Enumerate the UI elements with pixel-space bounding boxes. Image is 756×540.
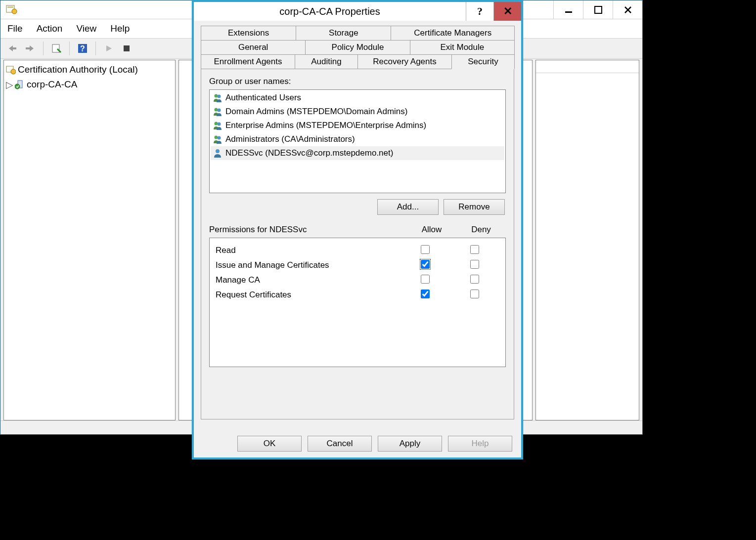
add-button[interactable]: Add... xyxy=(377,199,439,215)
tab-auditing[interactable]: Auditing xyxy=(295,54,358,69)
svg-point-19 xyxy=(215,108,218,112)
menu-action[interactable]: Action xyxy=(37,23,63,34)
tab-security[interactable]: Security xyxy=(451,54,515,69)
list-item-label: Administrators (CA\Administrators) xyxy=(225,134,355,144)
svg-point-20 xyxy=(218,109,221,112)
play-icon[interactable] xyxy=(101,41,117,56)
minimize-button[interactable] xyxy=(553,0,583,19)
tab-exit-module[interactable]: Exit Module xyxy=(410,40,515,55)
remove-button[interactable]: Remove xyxy=(444,199,505,215)
allow-checkbox[interactable] xyxy=(400,245,450,256)
permissions-for-label: Permissions for NDESSvc xyxy=(209,225,407,235)
dialog-title: corp-CA-CA Properties xyxy=(194,6,466,17)
menu-view[interactable]: View xyxy=(76,23,96,34)
tab-storage[interactable]: Storage xyxy=(296,26,391,41)
allow-checkbox[interactable] xyxy=(400,290,450,301)
stop-icon[interactable] xyxy=(119,41,134,56)
svg-rect-8 xyxy=(26,47,30,49)
allow-checkbox[interactable] xyxy=(400,260,450,271)
user-icon xyxy=(213,148,222,158)
group-icon xyxy=(213,134,222,144)
svg-point-24 xyxy=(218,136,221,140)
help-button[interactable]: Help xyxy=(448,436,512,452)
svg-point-14 xyxy=(11,69,16,74)
tree-node-corp-ca[interactable]: ▷ corp-CA-CA xyxy=(6,77,173,92)
svg-point-17 xyxy=(215,94,218,98)
ca-server-icon xyxy=(15,80,25,89)
list-item-group[interactable]: Domain Admins (MSTEPDEMO\Domain Admins) xyxy=(211,105,504,119)
permissions-listbox: ReadIssue and Manage CertificatesManage … xyxy=(209,238,506,367)
group-icon xyxy=(213,107,222,117)
group-icon xyxy=(213,93,222,103)
dialog-help-button[interactable]: ? xyxy=(466,2,493,21)
tab-recovery-agents[interactable]: Recovery Agents xyxy=(357,54,452,69)
ca-properties-dialog: corp-CA-CA Properties ? ✕ Extensions Sto… xyxy=(192,0,523,459)
deny-column-header: Deny xyxy=(456,225,506,235)
permission-name: Issue and Manage Certificates xyxy=(216,260,400,270)
list-item-user[interactable]: NDESSvc (NDESSvc@corp.mstepdemo.net) xyxy=(211,146,504,160)
cert-authority-icon xyxy=(6,65,16,75)
svg-point-21 xyxy=(215,122,218,125)
svg-point-23 xyxy=(215,136,218,139)
svg-point-2 xyxy=(12,9,17,14)
apply-button[interactable]: Apply xyxy=(378,436,442,452)
deny-checkbox[interactable] xyxy=(450,260,499,271)
group-names-label: Group or user names: xyxy=(209,77,506,86)
list-item-group[interactable]: Authenticated Users xyxy=(211,91,504,105)
allow-checkbox[interactable] xyxy=(400,275,450,286)
tab-enrollment-agents[interactable]: Enrollment Agents xyxy=(201,54,295,69)
svg-point-25 xyxy=(216,149,220,153)
maximize-button[interactable] xyxy=(583,0,613,19)
list-item-label: Authenticated Users xyxy=(225,93,301,103)
certsrv-icon xyxy=(5,3,17,15)
tree-root-ca-local[interactable]: Certification Authority (Local) xyxy=(6,62,173,77)
tree-node-label: corp-CA-CA xyxy=(27,79,77,90)
deny-checkbox[interactable] xyxy=(450,275,499,286)
svg-rect-3 xyxy=(565,11,572,13)
expand-icon[interactable]: ▷ xyxy=(6,79,13,90)
menu-help[interactable]: Help xyxy=(110,23,130,34)
svg-point-22 xyxy=(218,123,221,126)
mmc-tree-pane[interactable]: Certification Authority (Local) ▷ corp-C… xyxy=(3,60,176,420)
group-user-listbox[interactable]: Authenticated UsersDomain Admins (MSTEPD… xyxy=(209,89,506,193)
properties-icon[interactable] xyxy=(48,41,64,56)
dialog-titlebar[interactable]: corp-CA-CA Properties ? ✕ xyxy=(194,2,521,21)
cancel-button[interactable]: Cancel xyxy=(308,436,372,452)
svg-point-18 xyxy=(218,95,221,98)
tab-extensions[interactable]: Extensions xyxy=(201,26,296,41)
mmc-actions-pane xyxy=(535,60,639,420)
permission-row: Read xyxy=(216,243,499,258)
tab-certificate-managers[interactable]: Certificate Managers xyxy=(391,26,515,41)
list-item-label: Enterprise Admins (MSTEPDEMO\Enterprise … xyxy=(225,121,426,130)
list-item-label: Domain Admins (MSTEPDEMO\Domain Admins) xyxy=(225,107,407,117)
menu-file[interactable]: File xyxy=(7,23,23,34)
svg-text:?: ? xyxy=(80,44,85,53)
forward-button[interactable] xyxy=(22,41,38,56)
deny-checkbox[interactable] xyxy=(450,245,499,256)
svg-rect-7 xyxy=(12,47,16,49)
tab-general[interactable]: General xyxy=(201,40,306,55)
close-button[interactable] xyxy=(613,0,642,19)
list-item-group[interactable]: Enterprise Admins (MSTEPDEMO\Enterprise … xyxy=(211,119,504,132)
ok-button[interactable]: OK xyxy=(237,436,302,452)
permission-name: Read xyxy=(216,246,400,255)
svg-rect-1 xyxy=(7,6,13,8)
permission-name: Request Certificates xyxy=(216,290,400,300)
svg-rect-9 xyxy=(52,44,59,52)
permission-name: Manage CA xyxy=(216,275,400,285)
permission-row: Issue and Manage Certificates xyxy=(216,258,499,273)
permission-row: Request Certificates xyxy=(216,288,499,302)
help-icon[interactable]: ? xyxy=(75,41,90,56)
security-tab-panel: Group or user names: Authenticated Users… xyxy=(201,69,514,419)
permission-row: Manage CA xyxy=(216,273,499,288)
dialog-close-button[interactable]: ✕ xyxy=(493,2,521,21)
list-item-label: NDESSvc (NDESSvc@corp.mstepdemo.net) xyxy=(225,148,393,158)
back-button[interactable] xyxy=(4,41,20,56)
tab-policy-module[interactable]: Policy Module xyxy=(305,40,410,55)
svg-point-16 xyxy=(15,84,20,89)
tree-root-label: Certification Authority (Local) xyxy=(18,64,138,75)
svg-rect-12 xyxy=(124,45,130,51)
group-icon xyxy=(213,121,222,130)
list-item-group[interactable]: Administrators (CA\Administrators) xyxy=(211,132,504,146)
deny-checkbox[interactable] xyxy=(450,290,499,301)
